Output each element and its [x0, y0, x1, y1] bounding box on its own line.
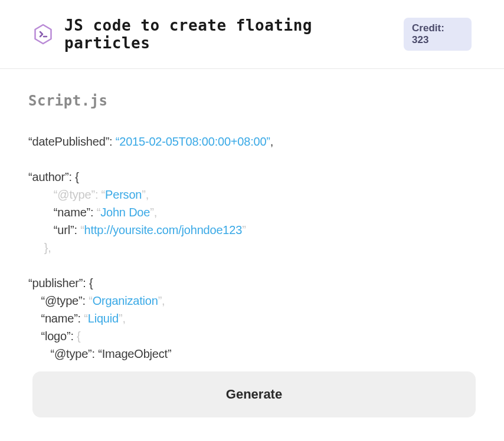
content-area: Script.js “datePublished”: “2015-02-05T0… [0, 69, 504, 363]
code-line: “logo”: { [28, 327, 472, 345]
page-title: JS code to create floating particles [64, 17, 404, 52]
header-left: JS code to create floating particles [32, 17, 404, 52]
code-line: }, [28, 239, 472, 256]
generate-button[interactable]: Generate [32, 371, 476, 417]
header: JS code to create floating particles Cre… [0, 0, 504, 69]
code-line: “@type”: “Organization”, [28, 292, 472, 310]
code-line: “@type”: “ImageObject” [28, 345, 472, 363]
credit-badge: Credit: 323 [404, 18, 472, 51]
code-line: “publisher”: { [28, 274, 472, 292]
code-line: “author”: { [28, 168, 472, 186]
code-line: “url”: “http://yoursite.com/johndoe123” [28, 221, 472, 239]
code-line: “@type”: “Person”, [28, 186, 472, 203]
filename-label: Script.js [28, 93, 472, 109]
code-line: “name”: “John Doe”, [28, 203, 472, 221]
app-logo-icon [32, 24, 54, 45]
code-line: “datePublished”: “2015-02-05T08:00:00+08… [28, 133, 472, 150]
code-line: “name”: “Liquid”, [28, 310, 472, 327]
code-block: “datePublished”: “2015-02-05T08:00:00+08… [28, 133, 472, 363]
